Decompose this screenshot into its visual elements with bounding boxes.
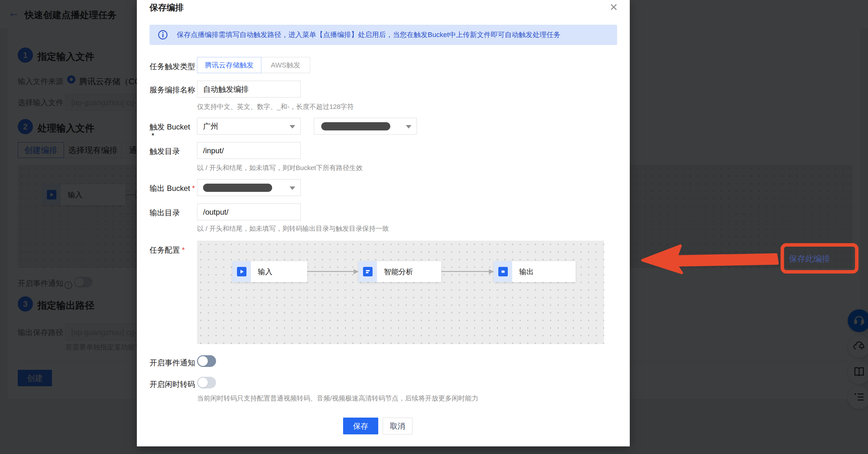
idle-transcode-hint: 当前闲时转码只支持配置普通视频转码、音频/视频极速高清转码节点，后续将开放更多闲… [197, 394, 478, 403]
orch-name-text: 服务编排名称 [150, 86, 195, 94]
trigger-dir-hint: 以 / 开头和结尾，如未填写，则对Bucket下所有路径生效 [197, 163, 363, 172]
event-notify-label: 开启事件通知 [150, 358, 195, 368]
output-icon [494, 261, 512, 282]
output-bucket-label: 输出 Bucket* [150, 183, 195, 193]
info-icon [158, 30, 168, 41]
required-mark: * [151, 131, 154, 140]
trigger-bucket-select[interactable] [314, 118, 417, 135]
save-orchestration-dialog: 保存编排 ✕ 保存点播编排需填写自动触发路径，进入菜单【点播编排】处启用后，当您… [137, 0, 630, 446]
tab-aws-trigger[interactable]: AWS触发 [261, 57, 310, 73]
analysis-icon [359, 261, 377, 282]
flow-node-label: 智能分析 [377, 267, 413, 277]
required-mark: * [182, 246, 185, 254]
flow-arrow [307, 271, 358, 272]
idle-transcode-label: 开启闲时转码 [150, 379, 195, 389]
redacted-bucket-name [321, 122, 390, 130]
flow-node-ai-analysis[interactable]: 智能分析 [359, 261, 441, 282]
output-bucket-text: 输出 Bucket [150, 184, 190, 193]
idle-transcode-toggle[interactable] [197, 377, 216, 388]
play-icon [232, 261, 251, 282]
trigger-type-label: 任务触发类型 [150, 61, 195, 71]
orch-name-input[interactable] [197, 81, 301, 98]
output-dir-hint: 以 / 开头和结尾，如未填写，则转码输出目录与触发目录保持一致 [197, 224, 389, 233]
output-dir-input[interactable] [197, 203, 301, 220]
output-dir-label: 输出目录 [150, 208, 180, 218]
redacted-bucket-name [203, 184, 272, 192]
flow-node-label: 输出 [512, 267, 534, 277]
screen: ← 快速创建点播处理任务 1 指定输入文件 输入文件来源 腾讯云存储（COS） … [0, 0, 868, 454]
trigger-bucket-label: 触发 Bucket [150, 122, 190, 132]
info-banner-text: 保存点播编排需填写自动触发路径，进入菜单【点播编排】处启用后，当您在触发Buck… [177, 25, 560, 45]
trigger-dir-input[interactable] [197, 142, 301, 159]
task-config-text: 任务配置 [150, 246, 180, 254]
flow-arrow [441, 271, 493, 272]
tab-cos-trigger[interactable]: 腾讯云存储触发 [197, 57, 261, 73]
orch-name-label: 服务编排名称* [150, 85, 200, 95]
output-bucket-select[interactable] [197, 179, 301, 196]
chevron-down-icon [289, 187, 295, 190]
chevron-down-icon [289, 125, 295, 129]
cancel-button[interactable]: 取消 [383, 418, 412, 434]
close-icon[interactable]: ✕ [608, 0, 619, 14]
event-notify-toggle[interactable] [197, 355, 216, 367]
chevron-down-icon [406, 125, 411, 129]
info-banner: 保存点播编排需填写自动触发路径，进入菜单【点播编排】处启用后，当您在触发Buck… [150, 25, 617, 45]
orch-name-hint: 仅支持中文、英文、数字、_和-，长度不超过128字符 [197, 102, 354, 111]
required-mark: * [192, 184, 195, 193]
task-config-label: 任务配置* [150, 245, 185, 255]
flow-node-output[interactable]: 输出 [494, 261, 576, 282]
save-this-orchestration-link[interactable]: 保存此编排 [789, 253, 830, 264]
dialog-title: 保存编排 [150, 2, 184, 13]
trigger-region-select[interactable]: 广州 [197, 118, 301, 135]
trigger-dir-label: 触发目录 [150, 146, 180, 156]
task-flow-canvas: 输入 智能分析 输出 [197, 240, 604, 344]
save-button[interactable]: 保存 [343, 418, 378, 434]
trigger-region-value: 广州 [203, 118, 218, 134]
flow-node-input[interactable]: 输入 [232, 261, 307, 282]
flow-node-label: 输入 [251, 267, 273, 277]
